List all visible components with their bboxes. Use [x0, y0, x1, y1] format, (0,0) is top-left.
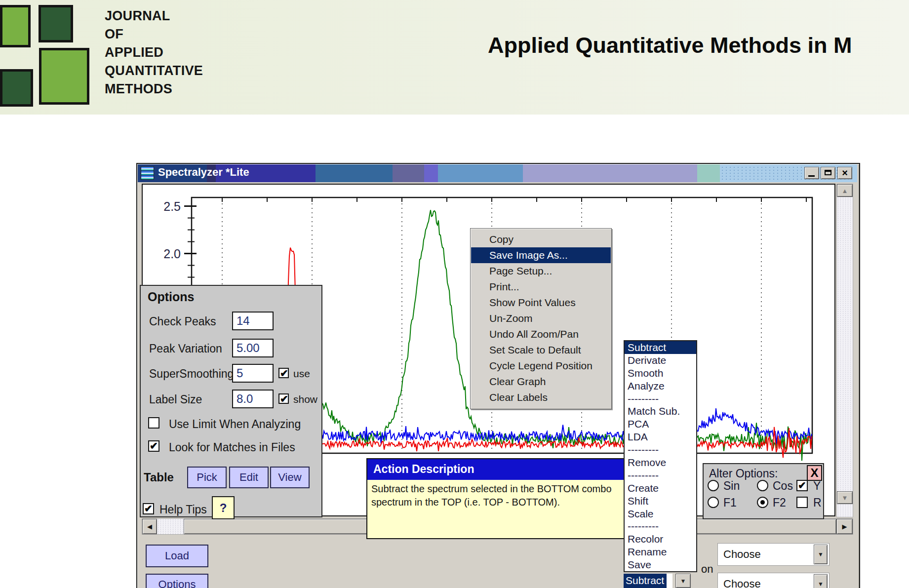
- context-menu-item[interactable]: Undo All Zoom/Pan: [471, 326, 611, 342]
- logo-line: OF: [105, 25, 203, 43]
- context-menu-item[interactable]: Save Image As...: [471, 247, 611, 263]
- help-tips-checkbox[interactable]: [143, 503, 154, 514]
- options-button[interactable]: Options: [146, 574, 208, 588]
- context-menu-item[interactable]: Show Point Values: [471, 295, 611, 311]
- Y-checkbox[interactable]: [796, 480, 808, 491]
- alter-options-title: Alter Options:: [709, 467, 778, 480]
- operation-list-item[interactable]: Rename: [625, 546, 696, 558]
- action-description-line: Subtract the spectrum selected in the BO…: [371, 482, 621, 496]
- options-field-input[interactable]: 5.00: [232, 339, 274, 357]
- choose-bottom-arrow-icon[interactable]: [814, 574, 828, 588]
- logo-line: JOURNAL: [105, 7, 203, 25]
- F2-radio[interactable]: [757, 497, 768, 508]
- option-checkbox[interactable]: [148, 440, 159, 452]
- scroll-up-icon[interactable]: [837, 184, 853, 197]
- logo-square-light-1: [0, 5, 31, 47]
- options-field-label: Peak Variation: [149, 342, 222, 355]
- option-checkbox[interactable]: [148, 417, 159, 429]
- minimize-icon: [808, 175, 815, 177]
- operation-list-item[interactable]: LDA: [625, 431, 696, 443]
- operation-list-item[interactable]: Analyze: [625, 380, 696, 392]
- option-checkbox-label: Use Limit When Analyzing: [169, 418, 301, 431]
- context-menu: CopySave Image As...Page Setup...Print..…: [470, 228, 612, 409]
- logo-line: METHODS: [105, 80, 203, 98]
- vertical-scrollbar[interactable]: [836, 184, 853, 517]
- close-icon: ×: [842, 167, 848, 178]
- maximize-button[interactable]: [821, 167, 835, 179]
- operation-dropdown-list: SubtractDerivateSmoothAnalyze---------Ma…: [624, 340, 697, 572]
- choose-top-arrow-icon[interactable]: [814, 545, 828, 564]
- context-menu-item[interactable]: Set Scale to Default: [471, 342, 611, 358]
- show-checkbox[interactable]: [278, 393, 289, 404]
- F2-label: F2: [773, 496, 786, 510]
- logo-square-dark-1: [39, 5, 73, 42]
- operation-list-item[interactable]: PCA: [625, 418, 696, 431]
- choose-top-combo[interactable]: Choose: [717, 543, 830, 566]
- close-panel-button[interactable]: X: [807, 465, 822, 481]
- R-checkbox[interactable]: [796, 497, 808, 508]
- help-button[interactable]: ?: [212, 496, 235, 519]
- options-field-row: Label Size8.0show: [141, 390, 321, 410]
- operation-list-item[interactable]: Subtract: [625, 341, 696, 354]
- close-button[interactable]: ×: [837, 167, 852, 179]
- operation-list-item[interactable]: Smooth: [625, 367, 696, 380]
- window-title: Spectralyzer *Lite: [158, 166, 249, 179]
- action-combo-field[interactable]: Subtract: [624, 574, 672, 588]
- options-field-input[interactable]: 8.0: [232, 390, 274, 408]
- action-combo-arrow-icon[interactable]: [675, 574, 691, 588]
- operation-list-item[interactable]: Match Sub.: [625, 405, 696, 418]
- context-menu-item[interactable]: Clear Labels: [471, 390, 611, 405]
- use-checkbox[interactable]: [278, 368, 289, 378]
- app-icon: [141, 166, 154, 180]
- logo-line: QUANTITATIVE: [105, 62, 203, 80]
- context-menu-item[interactable]: Un-Zoom: [471, 311, 611, 326]
- choose-bottom-combo[interactable]: Choose: [717, 573, 830, 588]
- y-tick-label: 2.5: [156, 199, 181, 214]
- options-field-label: Check Peaks: [149, 315, 216, 328]
- operation-list-item[interactable]: ---------: [625, 392, 696, 405]
- table-view-button[interactable]: View: [270, 467, 310, 488]
- operation-list-item[interactable]: Shift: [625, 495, 696, 508]
- options-field-row: SuperSmoothing5use: [141, 364, 321, 385]
- choose-top-value: Choose: [723, 548, 761, 560]
- alter-options-panel: Alter Options: X SinCosYF1F2R: [703, 463, 824, 519]
- Cos-radio[interactable]: [757, 480, 768, 491]
- Sin-label: Sin: [723, 479, 740, 493]
- context-menu-item[interactable]: Cycle Legend Position: [471, 358, 611, 374]
- options-field-input[interactable]: 5: [232, 364, 274, 383]
- operation-list-item[interactable]: Save: [625, 558, 696, 571]
- F1-radio[interactable]: [708, 497, 719, 508]
- context-menu-item[interactable]: Print...: [471, 279, 611, 295]
- options-field-row: Check Peaks14: [141, 312, 321, 332]
- context-menu-item[interactable]: Copy: [471, 232, 611, 247]
- operation-list-item[interactable]: ---------: [625, 520, 696, 533]
- action-description-line: spectrum in the TOP (i.e. TOP - BOTTOM).: [371, 496, 621, 509]
- choose-bottom-value: Choose: [723, 578, 761, 588]
- operation-list-item[interactable]: Recolor: [625, 533, 696, 546]
- logo-square-light-2: [39, 48, 89, 105]
- context-menu-item[interactable]: Page Setup...: [471, 263, 611, 279]
- operation-list-item[interactable]: Derivate: [625, 354, 696, 367]
- y-tick-label: 2.0: [156, 247, 181, 261]
- action-description-title: Action Description: [367, 459, 625, 480]
- table-edit-button[interactable]: Edit: [229, 467, 269, 488]
- operation-list-item[interactable]: ---------: [625, 469, 696, 482]
- options-field-input[interactable]: 14: [232, 312, 274, 330]
- operation-list-item[interactable]: Create: [625, 482, 696, 495]
- scroll-down-icon[interactable]: [837, 491, 853, 504]
- options-field-row: Peak Variation5.00: [141, 339, 321, 359]
- operation-list-item[interactable]: Scale: [625, 508, 696, 520]
- checkbox-label: show: [293, 393, 317, 405]
- action-combo-value: Subtract: [624, 574, 667, 588]
- operation-list-item[interactable]: Remove: [625, 456, 696, 469]
- scroll-left-icon[interactable]: [142, 519, 157, 534]
- F1-label: F1: [723, 496, 737, 510]
- scroll-right-icon[interactable]: [836, 519, 853, 534]
- minimize-button[interactable]: [804, 167, 819, 179]
- Sin-radio[interactable]: [708, 480, 719, 491]
- context-menu-item[interactable]: Clear Graph: [471, 374, 611, 390]
- on-label: on: [701, 563, 713, 576]
- load-button[interactable]: Load: [146, 545, 208, 567]
- table-pick-button[interactable]: Pick: [187, 467, 227, 488]
- operation-list-item[interactable]: ---------: [625, 443, 696, 456]
